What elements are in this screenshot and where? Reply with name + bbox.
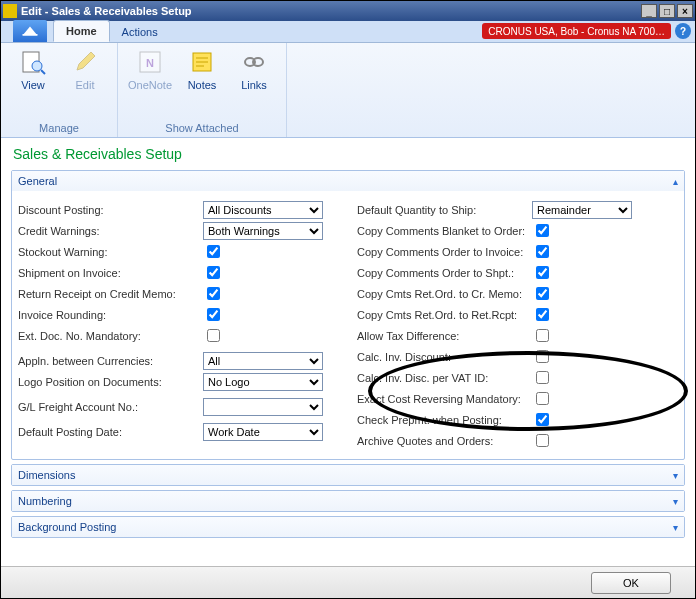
default-posting-date-label: Default Posting Date: <box>18 426 203 438</box>
svg-point-3 <box>32 61 42 71</box>
check-prepmt-label: Check Prepmt. when Posting: <box>357 414 532 426</box>
edit-icon <box>70 47 100 77</box>
stockout-warning-checkbox[interactable] <box>207 245 220 258</box>
panel-numbering: Numbering ▾ <box>11 490 685 512</box>
title-bar: Edit - Sales & Receivables Setup _ □ × <box>1 1 695 21</box>
onenote-button-label: OneNote <box>128 79 172 91</box>
ext-doc-mandatory-label: Ext. Doc. No. Mandatory: <box>18 330 203 342</box>
discount-posting-label: Discount Posting: <box>18 204 203 216</box>
client-area: Sales & Receivables Setup General ▴ Disc… <box>1 138 695 566</box>
calc-inv-disc-vat-checkbox[interactable] <box>536 371 549 384</box>
panel-dimensions-header[interactable]: Dimensions ▾ <box>12 465 684 485</box>
return-receipt-label: Return Receipt on Credit Memo: <box>18 288 203 300</box>
tab-actions[interactable]: Actions <box>110 22 170 42</box>
notes-icon <box>187 47 217 77</box>
svg-marker-5 <box>77 52 95 70</box>
tab-home[interactable]: Home <box>53 20 110 42</box>
calc-inv-discount-checkbox[interactable] <box>536 350 549 363</box>
calc-inv-discount-label: Calc. Inv. Discount: <box>357 351 532 363</box>
gl-freight-label: G/L Freight Account No.: <box>18 401 203 413</box>
copy-ret-retrcpt-label: Copy Cmts Ret.Ord. to Ret.Rcpt: <box>357 309 532 321</box>
panel-background-posting: Background Posting ▾ <box>11 516 685 538</box>
view-icon <box>18 47 48 77</box>
edit-button: Edit <box>63 47 107 91</box>
notes-button[interactable]: Notes <box>180 47 224 91</box>
copy-order-shpt-checkbox[interactable] <box>536 266 549 279</box>
copy-ret-crmemo-label: Copy Cmts Ret.Ord. to Cr. Memo: <box>357 288 532 300</box>
svg-rect-1 <box>23 34 38 36</box>
invoice-rounding-label: Invoice Rounding: <box>18 309 203 321</box>
copy-order-shpt-label: Copy Comments Order to Shpt.: <box>357 267 532 279</box>
window-title: Edit - Sales & Receivables Setup <box>21 5 639 17</box>
notes-button-label: Notes <box>188 79 217 91</box>
copy-order-invoice-checkbox[interactable] <box>536 245 549 258</box>
ribbon-group-show-attached: N OneNote Notes Links Show Attached <box>118 43 287 137</box>
restore-button[interactable]: □ <box>659 4 675 18</box>
ribbon-group-show-label: Show Attached <box>128 122 276 135</box>
copy-blanket-order-checkbox[interactable] <box>536 224 549 237</box>
orb-icon <box>21 24 39 38</box>
appln-currencies-select[interactable]: All <box>203 352 323 370</box>
credit-warnings-label: Credit Warnings: <box>18 225 203 237</box>
default-posting-date-select[interactable]: Work Date <box>203 423 323 441</box>
expand-icon: ▾ <box>673 496 678 507</box>
close-button[interactable]: × <box>677 4 693 18</box>
panel-dimensions: Dimensions ▾ <box>11 464 685 486</box>
onenote-button: N OneNote <box>128 47 172 91</box>
exact-cost-reversing-checkbox[interactable] <box>536 392 549 405</box>
expand-icon: ▾ <box>673 470 678 481</box>
credit-warnings-select[interactable]: Both Warnings <box>203 222 323 240</box>
svg-text:N: N <box>146 57 154 69</box>
calc-inv-disc-vat-label: Calc. Inv. Disc. per VAT ID: <box>357 372 532 384</box>
default-qty-ship-label: Default Quantity to Ship: <box>357 204 532 216</box>
minimize-button[interactable]: _ <box>641 4 657 18</box>
check-prepmt-checkbox[interactable] <box>536 413 549 426</box>
appln-currencies-label: Appln. between Currencies: <box>18 355 203 367</box>
panel-background-posting-title: Background Posting <box>18 521 116 533</box>
panel-numbering-title: Numbering <box>18 495 72 507</box>
svg-line-4 <box>41 70 45 74</box>
help-button[interactable]: ? <box>675 23 691 39</box>
shipment-on-invoice-checkbox[interactable] <box>207 266 220 279</box>
copy-blanket-order-label: Copy Comments Blanket to Order: <box>357 225 532 237</box>
archive-quotes-checkbox[interactable] <box>536 434 549 447</box>
panel-dimensions-title: Dimensions <box>18 469 75 481</box>
logo-position-select[interactable]: No Logo <box>203 373 323 391</box>
stockout-warning-label: Stockout Warning: <box>18 246 203 258</box>
default-qty-ship-select[interactable]: Remainder <box>532 201 632 219</box>
application-menu-button[interactable] <box>13 20 47 42</box>
copy-ret-crmemo-checkbox[interactable] <box>536 287 549 300</box>
logo-position-label: Logo Position on Documents: <box>18 376 203 388</box>
ribbon-tabstrip: Home Actions CRONUS USA, Bob - Cronus NA… <box>1 21 695 43</box>
panel-general-header[interactable]: General ▴ <box>12 171 684 191</box>
company-status-pill: CRONUS USA, Bob - Cronus NA 700… <box>482 23 671 39</box>
exact-cost-reversing-label: Exact Cost Reversing Mandatory: <box>357 393 532 405</box>
ribbon-group-manage: View Edit Manage <box>1 43 118 137</box>
collapse-icon: ▴ <box>673 176 678 187</box>
gl-freight-select[interactable] <box>203 398 323 416</box>
ok-button[interactable]: OK <box>591 572 671 594</box>
panel-background-posting-header[interactable]: Background Posting ▾ <box>12 517 684 537</box>
discount-posting-select[interactable]: All Discounts <box>203 201 323 219</box>
general-right-column: Default Quantity to Ship: Remainder Copy… <box>339 199 678 451</box>
app-icon <box>3 4 17 18</box>
archive-quotes-label: Archive Quotes and Orders: <box>357 435 532 447</box>
page-title: Sales & Receivables Setup <box>13 146 685 162</box>
general-left-column: Discount Posting: All Discounts Credit W… <box>18 199 339 451</box>
onenote-icon: N <box>135 47 165 77</box>
shipment-on-invoice-label: Shipment on Invoice: <box>18 267 203 279</box>
panel-general-title: General <box>18 175 57 187</box>
copy-ret-retrcpt-checkbox[interactable] <box>536 308 549 321</box>
ribbon-group-manage-label: Manage <box>11 122 107 135</box>
return-receipt-checkbox[interactable] <box>207 287 220 300</box>
panel-general: General ▴ Discount Posting: All Discount… <box>11 170 685 460</box>
ext-doc-mandatory-checkbox[interactable] <box>207 329 220 342</box>
invoice-rounding-checkbox[interactable] <box>207 308 220 321</box>
links-icon <box>239 47 269 77</box>
allow-tax-diff-checkbox[interactable] <box>536 329 549 342</box>
panel-numbering-header[interactable]: Numbering ▾ <box>12 491 684 511</box>
ribbon: View Edit Manage N OneNote Notes <box>1 43 695 138</box>
links-button[interactable]: Links <box>232 47 276 91</box>
allow-tax-diff-label: Allow Tax Difference: <box>357 330 532 342</box>
view-button[interactable]: View <box>11 47 55 91</box>
